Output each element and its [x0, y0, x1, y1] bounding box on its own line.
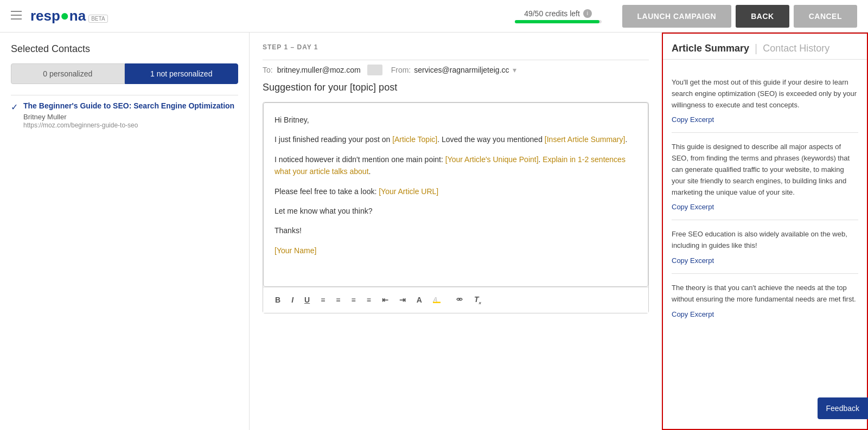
- email-body-content: Hi Britney, I just finished reading your…: [275, 114, 637, 256]
- bold-button[interactable]: B: [272, 293, 284, 306]
- menu-icon[interactable]: [11, 11, 22, 21]
- line3-highlight: [Your Article URL]: [379, 187, 438, 196]
- align-right-button[interactable]: ≡: [348, 293, 359, 306]
- outdent-button[interactable]: ⇥: [396, 293, 409, 306]
- excerpt-block-1: You'll get the most out of this guide if…: [672, 68, 858, 133]
- chevron-down-icon[interactable]: ▾: [513, 66, 516, 74]
- contact-article-link[interactable]: The Beginner's Guide to SEO: Search Engi…: [23, 101, 234, 110]
- tab-personalized[interactable]: 0 personalized: [11, 63, 125, 84]
- italic-button[interactable]: I: [288, 293, 297, 306]
- credits-bar-background: [515, 20, 602, 23]
- body-line2: I noticed however it didn't mention one …: [275, 153, 637, 178]
- align-center-button[interactable]: ≡: [333, 293, 343, 306]
- right-panel-header: Article Summary | Contact History: [663, 34, 867, 60]
- line2-end: .: [369, 167, 371, 176]
- tab-contact-history[interactable]: Contact History: [763, 43, 829, 54]
- contact-item: ✓ The Beginner's Guide to SEO: Search En…: [11, 95, 238, 134]
- contact-info: The Beginner's Guide to SEO: Search Engi…: [23, 101, 234, 129]
- middle-panel: STEP 1 – DAY 1 To: britney.muller@moz.co…: [250, 33, 662, 430]
- line6-highlight: [Your Name]: [275, 246, 316, 255]
- logo-text-resp: resp: [30, 8, 60, 24]
- credits-value: 49/50 credits left: [524, 9, 580, 18]
- line3-text: Please feel free to take a look:: [275, 187, 379, 196]
- from-address: services@ragnarmiljeteig.cc: [414, 66, 509, 74]
- to-label: To:: [263, 66, 273, 74]
- line1-highlight2: [Insert Article Summary]: [545, 135, 626, 144]
- excerpt-block-4: The theory is that you can't achieve the…: [672, 274, 858, 327]
- indent-button[interactable]: ⇤: [379, 293, 392, 306]
- email-icon: [367, 65, 382, 75]
- line1-text1: I just finished reading your post on: [275, 135, 392, 144]
- from-label: From:: [391, 66, 411, 74]
- excerpt-block-2: This guide is designed to describe all m…: [672, 133, 858, 220]
- body-line1: I just finished reading your post on [Ar…: [275, 133, 637, 145]
- copy-excerpt-link-2[interactable]: Copy Excerpt: [672, 203, 714, 211]
- email-subject: Suggestion for your [topic] post: [263, 82, 649, 93]
- excerpt-text-3: Free SEO education is also widely availa…: [672, 229, 858, 252]
- tab-divider: |: [755, 42, 757, 55]
- logo-area: resp ● na BETA: [30, 8, 515, 24]
- email-header: To: britney.muller@moz.com From: service…: [263, 65, 649, 75]
- body-name: [Your Name]: [275, 245, 637, 256]
- link-button[interactable]: [450, 293, 467, 307]
- step-label: STEP 1 – DAY 1: [263, 43, 649, 51]
- cancel-button[interactable]: CANCEL: [794, 5, 857, 28]
- excerpt-block-3: Free SEO education is also widely availa…: [672, 220, 858, 274]
- credits-bar-fill: [515, 20, 600, 23]
- line2-highlight1: [Your Article's Unique Point]: [445, 155, 539, 164]
- greeting: Hi Britney,: [275, 114, 637, 126]
- info-icon[interactable]: i: [583, 9, 592, 18]
- email-from: From: services@ragnarmiljeteig.cc ▾: [391, 66, 516, 74]
- copy-excerpt-link-3[interactable]: Copy Excerpt: [672, 256, 714, 265]
- copy-excerpt-link-1[interactable]: Copy Excerpt: [672, 115, 714, 124]
- feedback-button[interactable]: Feedback: [818, 397, 868, 419]
- right-panel-content: You'll get the most out of this guide if…: [663, 60, 867, 336]
- logo-dot-icon: ●: [60, 8, 69, 23]
- svg-rect-0: [11, 11, 22, 12]
- body-line4: Let me know what you think?: [275, 205, 637, 217]
- email-toolbar: B I U ≡ ≡ ≡ ≡ ⇤ ⇥ A A Tx: [263, 287, 648, 313]
- line1-highlight1: [Article Topic]: [392, 135, 437, 144]
- tabs: 0 personalized 1 not personalized: [11, 63, 238, 84]
- excerpt-text-2: This guide is designed to describe all m…: [672, 142, 858, 198]
- to-address: britney.muller@moz.com: [277, 66, 361, 74]
- logo: resp ● na BETA: [30, 8, 108, 24]
- check-icon: ✓: [11, 102, 18, 112]
- tab-not-personalized[interactable]: 1 not personalized: [125, 63, 239, 84]
- body-line3: Please feel free to take a look: [Your A…: [275, 185, 637, 197]
- underline-button[interactable]: U: [301, 293, 313, 306]
- left-panel: Selected Contacts 0 personalized 1 not p…: [0, 33, 250, 430]
- credits-area: 49/50 credits left i: [515, 9, 602, 23]
- align-left-button[interactable]: ≡: [317, 293, 328, 306]
- tab-article-summary[interactable]: Article Summary: [672, 43, 749, 54]
- header: resp ● na BETA 49/50 credits left i LAUN…: [0, 0, 868, 33]
- back-button[interactable]: BACK: [736, 5, 789, 28]
- copy-excerpt-link-4[interactable]: Copy Excerpt: [672, 310, 714, 318]
- email-editor: Hi Britney, I just finished reading your…: [263, 102, 649, 313]
- body-thanks: Thanks!: [275, 224, 637, 236]
- logo-text-na: na: [69, 8, 86, 24]
- logo-beta-badge: BETA: [88, 15, 107, 23]
- line2-text1: I noticed however it didn't mention one …: [275, 155, 445, 164]
- line1-text2: . Loved the way you mentioned: [437, 135, 545, 144]
- contact-url: https://moz.com/beginners-guide-to-seo: [23, 121, 234, 129]
- launch-campaign-button[interactable]: LAUNCH CAMPAIGN: [622, 5, 732, 28]
- right-panel: Article Summary | Contact History You'll…: [662, 33, 868, 430]
- clear-format-button[interactable]: Tx: [471, 293, 484, 307]
- email-body[interactable]: Hi Britney, I just finished reading your…: [263, 102, 648, 287]
- excerpt-text-1: You'll get the most out of this guide if…: [672, 77, 858, 111]
- section-title: Selected Contacts: [11, 43, 238, 55]
- line1-end: .: [625, 135, 627, 144]
- contact-name: Britney Muller: [23, 113, 234, 121]
- email-to: To: britney.muller@moz.com: [263, 65, 382, 75]
- credits-text: 49/50 credits left i: [524, 9, 592, 18]
- justify-button[interactable]: ≡: [363, 293, 374, 306]
- highlight-button[interactable]: A: [430, 293, 446, 307]
- svg-rect-1: [11, 15, 22, 16]
- excerpt-text-4: The theory is that you can't achieve the…: [672, 283, 858, 305]
- svg-rect-2: [11, 18, 22, 20]
- main-content: Selected Contacts 0 personalized 1 not p…: [0, 33, 868, 430]
- font-color-button[interactable]: A: [413, 293, 425, 306]
